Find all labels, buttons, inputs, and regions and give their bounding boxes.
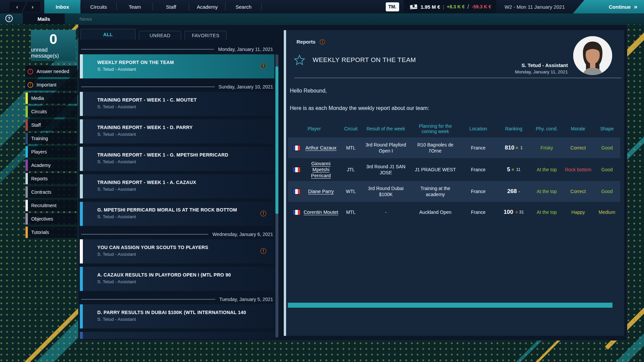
mail-item[interactable]: TRAINING REPORT - WEEK 1 - G. MPETSHI PE… [80,147,274,171]
category-label: Objectives [31,216,53,222]
mail-tab-all[interactable]: ALL [80,29,136,40]
ranking-delta: 31 [519,209,524,215]
category-filter-tutorials[interactable]: ! Tutorials [25,227,77,238]
category-filter-academy[interactable]: ! Academy [25,160,77,171]
ranking-value: 100 [504,208,513,216]
category-label: Staff [31,122,41,128]
mail-item[interactable]: YOU CAN ASSIGN YOUR SCOUTS TO PLAYERS S.… [80,239,274,263]
category-label: Answer needed [37,69,69,74]
category-filter-training[interactable]: ! Training [25,133,77,144]
mail-item[interactable]: ! [80,332,274,339]
ranking-value: 5 [507,166,510,173]
balance-amount: 1.95 M € [421,4,440,10]
circuit-cell: MTL [340,142,361,153]
category-filter-circuits[interactable]: ! Circuits [25,106,77,117]
mail-accent-bar [80,267,83,291]
ranking-value: 268 [507,188,517,195]
mail-tab-favorites[interactable]: FAVORITES [184,31,227,40]
alert-icon: ! [28,69,33,74]
player-name-link[interactable]: Corentin Moutet [303,209,338,215]
location-cell: France [460,164,496,175]
mail-item[interactable]: TRAINING REPORT - WEEK 1 - D. PARRY S. T… [80,119,274,143]
mail-item[interactable]: D. PARRY RESULTS IN DUBAI $100K (WTL INT… [80,304,274,328]
nav-tab-circuits[interactable]: Circuits [80,0,117,13]
category-filter-staff[interactable]: ! Staff [25,119,77,131]
category-label: Media [31,96,44,101]
finance-display: 1.95 M € | +8.3 K € / -59.3 K € [404,0,496,13]
favorite-star-icon[interactable] [294,54,305,66]
important-icon: ! [260,248,266,254]
category-color-bar [25,227,28,238]
category-filter-important[interactable]: ! Important [25,79,77,90]
mail-item[interactable]: TRAINING REPORT - WEEK 1 - A. CAZAUX S. … [80,174,274,198]
nav-tab-academy[interactable]: Academy [189,0,225,13]
ranking-cell: 810 « 1 [496,142,531,154]
result-cell: 3rd Round Dubai $100K [361,183,411,200]
player-name-link[interactable]: Diane Parry [303,188,338,194]
column-header: Player [288,125,340,133]
planning-cell: Training at the academy [411,183,460,200]
back-arrow-icon[interactable]: ‹ [16,4,18,10]
subtab-mails[interactable]: Mails [23,13,65,24]
report-greeting: Hello Rebound, [290,88,327,94]
category-filter-media[interactable]: ! Media [25,93,77,104]
nav-tab-staff[interactable]: Staff [153,0,189,13]
tm-logo: TM. [386,2,399,11]
forward-arrow-icon[interactable]: › [32,4,34,10]
continue-button[interactable]: Continue » [573,0,644,13]
help-icon[interactable]: ? [5,15,13,22]
mail-title: YOU CAN ASSIGN YOUR SCOUTS TO PLAYERS [97,245,254,250]
mail-sender: S. Tetud - Assistant [97,159,136,164]
alert-icon: ! [28,82,33,88]
category-label: Circuits [31,109,47,114]
ranking-trend-icon: « [514,211,519,214]
history-nav: ‹ › [9,2,40,12]
mail-tab-unread[interactable]: UNREAD [139,31,181,40]
player-name-link[interactable]: Giovanni Mpetshi Perricard [303,161,338,179]
location-cell: France [460,142,496,153]
nav-tab-search[interactable]: Search [225,0,262,13]
panel-progress-bar [288,303,612,308]
category-filter-reports[interactable]: ! Reports [25,173,77,184]
category-filter-players[interactable]: ! Players [25,146,77,158]
category-color-bar [25,173,28,184]
sub-bar: ? Mails News [0,13,644,24]
ranking-delta: 11 [516,167,521,172]
mail-item[interactable]: G. MPETSHI PERRICARD MORAL IS AT THE ROC… [80,202,274,226]
separator-line [81,234,208,235]
category-label: Academy [31,163,51,168]
ranking-cell: 5 « 11 [496,164,531,176]
mail-item[interactable]: WEEKLY REPORT ON THE TEAM S. Tetud - Ass… [80,54,274,78]
weekly-gain: +8.3 K € [447,4,465,9]
category-filter-answer-needed[interactable]: ! Answer needed [25,66,77,77]
date-separator-label: Tuesday, January 5, 2021 [219,297,273,302]
result-cell: - [361,207,411,218]
scrollbar-thumb[interactable] [275,66,278,214]
continue-label: Continue [609,4,631,10]
player-name-link[interactable]: Arthur Cazaux [303,145,338,151]
mail-item[interactable]: A. CAZAUX RESULTS IN PLAYFORD OPEN I (MT… [80,267,274,291]
nav-tab-team[interactable]: Team [117,0,153,13]
mail-sender: S. Tetud - Assistant [97,252,136,257]
mail-item[interactable]: TRAINING REPORT - WEEK 1 - C. MOUTET S. … [80,92,274,116]
ranking-cell: 100 « 31 [496,206,531,218]
report-category: Reports ! [297,39,325,45]
unread-caption: unread message(s) [31,47,76,59]
mail-sender: S. Tetud - Assistant [97,67,136,72]
category-label: Tutorials [31,230,49,235]
phy-cond-cell: Frisky [531,142,562,153]
panel-edge-bar [284,30,286,336]
double-chevron-right-icon: » [634,3,637,10]
category-label: Recruitment [31,203,56,208]
phy-cond-cell: At the top [531,164,562,175]
report-date: Monday, January 11, 2021 [515,69,568,74]
mail-scrollbar[interactable] [275,54,278,338]
category-color-bar [25,160,28,171]
nav-tab-inbox[interactable]: Inbox [44,0,80,13]
category-color-bar [25,119,28,131]
important-icon: ! [260,63,266,69]
category-filter-contracts[interactable]: ! Contracts [25,186,77,198]
subtab-news[interactable]: News [65,13,107,24]
category-filter-recruitment[interactable]: ! Recruitment [25,200,77,211]
category-filter-objectives[interactable]: ! Objectives [25,213,77,225]
